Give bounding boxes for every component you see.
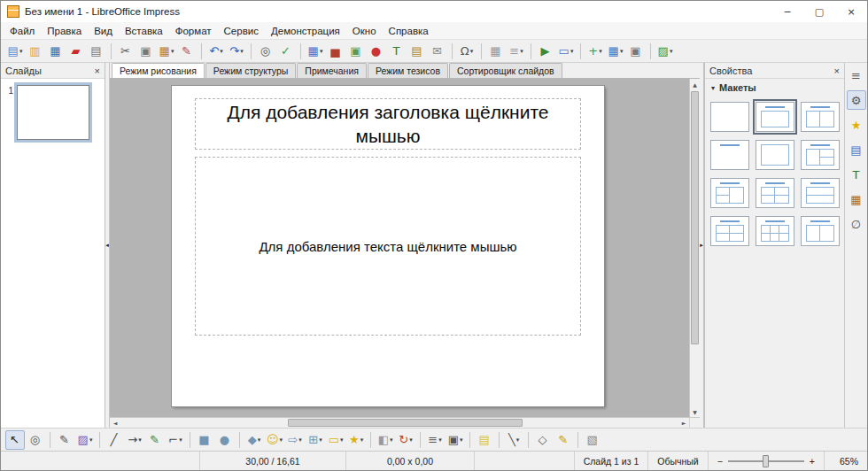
export-pdf-icon[interactable]: ▰ bbox=[66, 42, 86, 61]
scroll-right-icon[interactable]: ► bbox=[678, 418, 689, 428]
chart-icon[interactable]: ▅ bbox=[326, 42, 345, 61]
vertical-scrollbar[interactable]: ▲ ▼ bbox=[689, 79, 700, 417]
3d-objects-icon[interactable]: ◧ ▾ bbox=[376, 430, 395, 450]
media-icon[interactable]: ● bbox=[367, 42, 386, 61]
comment-icon[interactable]: ▤ bbox=[475, 430, 494, 450]
scroll-down-icon[interactable]: ▼ bbox=[690, 406, 700, 417]
extrusion-icon[interactable]: ▧ bbox=[583, 430, 602, 450]
tab-outline-view[interactable]: Режим структуры bbox=[205, 63, 296, 78]
glue-points-icon[interactable]: ✎ bbox=[554, 430, 573, 450]
image-icon[interactable]: ▣ bbox=[346, 42, 366, 61]
slide-1-thumbnail[interactable] bbox=[17, 85, 89, 140]
layout-four-content[interactable] bbox=[710, 216, 749, 246]
grid-icon[interactable]: ▦ bbox=[486, 42, 506, 61]
scroll-up-icon[interactable]: ▲ bbox=[690, 79, 700, 89]
horizontal-scroll-thumb[interactable] bbox=[288, 419, 523, 427]
freeform-line-icon[interactable]: ✎ bbox=[145, 430, 165, 450]
start-slideshow-icon[interactable]: ▶ bbox=[536, 42, 555, 61]
layout-two-content-over-content[interactable] bbox=[756, 178, 794, 208]
symbol-shapes-icon[interactable]: ☺ ▾ bbox=[265, 430, 284, 450]
tab-handout-view[interactable]: Режим тезисов bbox=[368, 63, 448, 78]
properties-tab-icon[interactable]: ⚙ bbox=[847, 90, 866, 110]
header-footer-icon[interactable]: ▤ bbox=[407, 42, 427, 61]
line-color-icon[interactable]: ✎ bbox=[55, 430, 74, 450]
layout-content-two-content[interactable] bbox=[801, 140, 840, 170]
slide-canvas[interactable]: Для добавления заголовка щёлкните мышью … bbox=[110, 79, 689, 417]
layout-title-two-content[interactable] bbox=[801, 102, 840, 132]
table-icon[interactable]: ▦ ▾ bbox=[306, 42, 325, 61]
navigator-tab-icon[interactable]: ∅ bbox=[847, 214, 866, 234]
save-icon[interactable]: ▦ bbox=[46, 42, 66, 61]
menu-slideshow[interactable]: Демонстрация bbox=[265, 24, 346, 38]
special-char-icon[interactable]: Ω ▾ bbox=[457, 42, 477, 61]
redo-icon[interactable]: ↷ ▾ bbox=[227, 42, 246, 61]
layout-centered-text[interactable] bbox=[756, 140, 794, 170]
align-icon[interactable]: ≡ ▾ bbox=[425, 430, 445, 450]
copy-icon[interactable]: ▣ bbox=[136, 42, 156, 61]
tab-notes-view[interactable]: Примечания bbox=[297, 63, 367, 78]
points-icon[interactable]: ◇ bbox=[533, 430, 553, 450]
draw-functions-icon[interactable]: ▨ ▾ bbox=[655, 42, 675, 61]
display-mode-icon[interactable]: ▭ ▾ bbox=[556, 42, 576, 61]
slide-surface[interactable]: Для добавления заголовка щёлкните мышью … bbox=[172, 86, 604, 406]
new-slide-icon[interactable]: + ▾ bbox=[585, 42, 605, 61]
rectangle-icon[interactable]: ■ bbox=[195, 430, 214, 450]
zoom-slider-thumb[interactable] bbox=[763, 455, 769, 467]
new-document-icon[interactable]: ▤ ▾ bbox=[5, 42, 25, 61]
animation-tab-icon[interactable]: ★ bbox=[847, 115, 866, 135]
hyperlink-icon[interactable]: ✉ bbox=[428, 42, 447, 61]
arrange-icon[interactable]: ▣ ▾ bbox=[446, 430, 465, 450]
line-ends-icon[interactable]: ╲ ▾ bbox=[504, 430, 523, 450]
vertical-scroll-thumb[interactable] bbox=[691, 91, 699, 344]
menu-help[interactable]: Справка bbox=[383, 24, 435, 38]
zoom-out-icon[interactable]: − bbox=[717, 456, 723, 467]
select-icon[interactable]: ↖ bbox=[5, 430, 25, 450]
slide-indicator[interactable]: Слайд 1 из 1 bbox=[575, 452, 649, 470]
layout-vertical-title-content[interactable] bbox=[801, 216, 840, 246]
master-slides-tab-icon[interactable]: ▤ bbox=[847, 140, 866, 159]
paste-icon[interactable]: ▦ ▾ bbox=[157, 42, 176, 61]
menu-insert[interactable]: Вставка bbox=[119, 24, 169, 38]
callouts-icon[interactable]: ▭ ▾ bbox=[326, 430, 345, 450]
find-replace-icon[interactable]: ◎ bbox=[256, 42, 275, 61]
basic-shapes-icon[interactable]: ◆ ▾ bbox=[244, 430, 264, 450]
slides-panel-close-icon[interactable]: × bbox=[95, 66, 100, 76]
print-icon[interactable]: ▤ bbox=[87, 42, 106, 61]
gallery-tab-icon[interactable]: ▦ bbox=[847, 189, 866, 209]
layout-six-content[interactable] bbox=[756, 216, 794, 246]
layout-blank[interactable] bbox=[710, 102, 749, 132]
menu-edit[interactable]: Правка bbox=[41, 24, 88, 38]
styles-tab-icon[interactable]: T bbox=[847, 165, 866, 184]
tab-slide-sorter[interactable]: Сортировщик слайдов bbox=[449, 63, 562, 78]
body-placeholder[interactable]: Для добавления текста щёлкните мышью bbox=[195, 157, 581, 336]
sidebar-menu-icon[interactable]: ≡ bbox=[847, 66, 866, 85]
layout-content-over-content[interactable] bbox=[801, 178, 840, 208]
menu-tools[interactable]: Сервис bbox=[218, 24, 265, 38]
duplicate-slide-icon[interactable]: ▣ bbox=[626, 42, 646, 61]
close-button[interactable]: × bbox=[835, 1, 867, 22]
properties-panel-close-icon[interactable]: × bbox=[834, 66, 840, 76]
line-icon[interactable]: ╱ bbox=[105, 430, 124, 450]
menu-view[interactable]: Вид bbox=[88, 24, 119, 38]
slide-layout-icon[interactable]: ▦ ▾ bbox=[606, 42, 625, 61]
spelling-icon[interactable]: ✓ bbox=[276, 42, 296, 61]
layouts-section-header[interactable]: ▾ Макеты bbox=[705, 79, 844, 97]
zoom-slider[interactable] bbox=[728, 460, 804, 462]
block-arrows-icon[interactable]: ⇨ ▾ bbox=[285, 430, 305, 450]
rotate-icon[interactable]: ↻ ▾ bbox=[396, 430, 415, 450]
layout-title-only[interactable] bbox=[710, 140, 749, 170]
title-placeholder[interactable]: Для добавления заголовка щёлкните мышью bbox=[195, 98, 581, 150]
fill-color-icon[interactable]: ▨ ▾ bbox=[75, 430, 95, 450]
menu-window[interactable]: Окно bbox=[346, 24, 383, 38]
snap-lines-icon[interactable]: ≡ ▾ bbox=[507, 42, 526, 61]
horizontal-scrollbar[interactable]: ◄ ► bbox=[110, 418, 689, 428]
cut-icon[interactable]: ✂ bbox=[116, 42, 136, 61]
restore-button[interactable]: ▢ bbox=[803, 1, 835, 22]
ellipse-icon[interactable]: ● bbox=[215, 430, 235, 450]
connector-icon[interactable]: ⌐ ▾ bbox=[166, 430, 185, 450]
flowchart-icon[interactable]: ⊞ ▾ bbox=[306, 430, 325, 450]
zoom-icon[interactable]: ◎ bbox=[26, 430, 45, 450]
zoom-level[interactable]: 65% bbox=[825, 452, 867, 470]
vertical-scroll-track[interactable] bbox=[690, 89, 700, 406]
open-icon[interactable]: ▥ bbox=[26, 42, 45, 61]
